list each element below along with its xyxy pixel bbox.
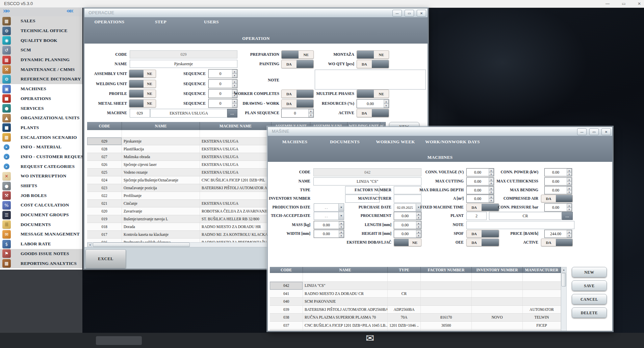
sidebar-item-escalation-scenario[interactable]: ▦ESCALATION SCENARIO xyxy=(0,132,82,142)
active-toggle[interactable]: DA xyxy=(357,109,389,117)
spin-down-icon[interactable]: ▼ xyxy=(339,234,344,238)
plant-browse-button[interactable]: ... xyxy=(562,212,573,220)
sidebar-item-info-material[interactable]: ▸INFO - MATERIAL xyxy=(0,142,82,152)
mass-spinner[interactable]: 0.00▲▼ xyxy=(314,221,344,229)
scroll-up-icon[interactable]: ▲ xyxy=(561,267,566,273)
spin-down-icon[interactable]: ▼ xyxy=(384,104,389,108)
table-row[interactable]: 038RUČNA PLAZMA SUPERIOR PLASMA 7070A816… xyxy=(270,314,561,322)
spin-up-icon[interactable]: ▲ xyxy=(232,80,237,84)
spin-down-icon[interactable]: ▼ xyxy=(567,190,572,194)
compressed-air-toggle[interactable]: DA xyxy=(541,195,573,202)
plant-cr-combo[interactable]: CR xyxy=(489,212,562,220)
welding-unit-toggle[interactable]: NE xyxy=(129,80,156,88)
scroll-left-icon[interactable]: ◄ xyxy=(87,243,92,247)
save-button[interactable]: SAVE xyxy=(572,280,607,291)
tab-operations[interactable]: OPERATIONS xyxy=(95,19,125,25)
spin-up-icon[interactable]: ▲ xyxy=(384,100,389,104)
note-input[interactable] xyxy=(315,70,426,90)
sidebar-item-organizational-units[interactable]: ▲ORGANIZATIONAL UNITS xyxy=(0,113,82,123)
sequence-spinner[interactable]: 0▲▼ xyxy=(208,69,237,78)
code-input[interactable]: 029 xyxy=(130,50,237,58)
sidebar-item-sales[interactable]: ▦SALES xyxy=(0,16,82,26)
dropdown-icon[interactable]: ▼ xyxy=(338,204,344,211)
sequence-spinner[interactable]: 0▲▼ xyxy=(208,79,237,88)
max-cutting-spinner[interactable]: 0.00▲▼ xyxy=(466,177,494,185)
spin-up-icon[interactable]: ▲ xyxy=(232,70,237,74)
spin-down-icon[interactable]: ▼ xyxy=(567,172,572,176)
sidebar-item-message-management[interactable]: ✉MESSAGE MANAGEMENT xyxy=(0,229,82,239)
spin-up-icon[interactable]: ▲ xyxy=(567,230,572,234)
spin-up-icon[interactable]: ▲ xyxy=(567,178,572,181)
max-drilling-depth-spinner[interactable]: 0.00▲▼ xyxy=(466,186,494,194)
masine-close-button[interactable]: ✕ xyxy=(601,128,611,135)
table-row[interactable]: 041RADNO MJESTO ZA DORADU CRCR xyxy=(270,290,561,298)
excel-button[interactable]: EXCEL xyxy=(85,249,126,268)
name-input[interactable]: Pjeskarenje xyxy=(130,60,237,68)
masine-maximize-button[interactable]: ▭ xyxy=(589,128,599,135)
sidebar-item-wo-interruption[interactable]: ✕WO INTERRUPTION xyxy=(0,171,82,181)
table-row[interactable]: 039BATERIJSKI PIŠTOLJ AUTOMATOR ADP2560B… xyxy=(270,306,561,314)
tech-accept-date-picker[interactable]: . .▼ xyxy=(314,212,344,220)
sidebar-item-info-customer-request[interactable]: ▸INFO - CUSTOMER REQUEST xyxy=(0,152,82,162)
tab-users[interactable]: USERS xyxy=(204,19,219,25)
tab-work-nonwork-days[interactable]: WORK/NONWORK DAYS xyxy=(425,139,480,145)
app-maximize-button[interactable]: ▭ xyxy=(619,1,628,7)
assembly-unit-toggle[interactable]: NE xyxy=(129,70,156,78)
resources-spinner[interactable]: 0.00▲▼ xyxy=(357,99,389,108)
filter-cell[interactable] xyxy=(87,130,122,137)
spin-down-icon[interactable]: ▼ xyxy=(232,84,237,88)
app-close-button[interactable]: ✕ xyxy=(635,1,644,7)
machine-code-input[interactable]: 029 xyxy=(130,109,150,118)
conn-pressure-spinner[interactable]: 0.00▲▼ xyxy=(544,203,572,212)
vertical-scrollbar[interactable]: ▲ xyxy=(561,267,567,331)
scrollbar-thumb[interactable] xyxy=(562,273,566,287)
sidebar-item-goods-issue-notes[interactable]: ⚑GOODS ISSUE NOTES xyxy=(0,249,82,259)
column-header[interactable]: NAME xyxy=(303,267,388,273)
operacije-maximize-button[interactable]: ▭ xyxy=(405,10,414,17)
column-header[interactable]: CODE xyxy=(87,122,122,130)
sidebar-item-document-groups[interactable]: ☰DOCUMENT GROUPS xyxy=(0,210,82,220)
sidebar-item-machines[interactable]: ▣MACHINES xyxy=(0,84,82,94)
spin-up-icon[interactable]: ▲ xyxy=(339,230,344,234)
spin-down-icon[interactable]: ▼ xyxy=(232,74,237,78)
note-input[interactable] xyxy=(466,221,574,229)
sidebar-item-services[interactable]: ●SERVICES xyxy=(0,103,82,113)
column-header[interactable]: FACTORY NUMBER xyxy=(421,267,472,273)
tab-documents[interactable]: DOCUMENTS xyxy=(330,139,360,145)
price-spinner[interactable]: 244.00▲▼ xyxy=(544,230,572,238)
collapse-chevrons-icon[interactable]: «« xyxy=(66,7,72,15)
operacije-titlebar[interactable]: OPERACIJE — ▭ ✕ xyxy=(84,8,428,18)
sidebar-item-reference-dictionary[interactable]: ⚙REFERENCE DICTIONARY xyxy=(0,74,82,84)
montaza-toggle[interactable]: NE xyxy=(357,50,389,59)
code-input[interactable]: 042 xyxy=(313,168,421,176)
spin-down-icon[interactable]: ▼ xyxy=(567,207,572,211)
app-minimize-button[interactable]: — xyxy=(603,1,612,7)
filter-cell[interactable] xyxy=(388,273,421,281)
column-header[interactable]: MANUFACTURER xyxy=(523,267,561,273)
delete-button[interactable]: DELETE xyxy=(572,307,607,318)
envelope-icon[interactable]: ✉ xyxy=(366,332,374,344)
sidebar-item-job-roles[interactable]: ⚒JOB ROLES xyxy=(0,191,82,200)
wo-qty-toggle[interactable]: DA xyxy=(357,60,389,68)
sidebar-item-technical-office[interactable]: ⚙TECHNICAL OFFICE xyxy=(0,26,82,36)
operacije-close-button[interactable]: ✕ xyxy=(417,10,426,17)
sidebar-item-request-categories[interactable]: ▸REQUEST CATEGORIES xyxy=(0,161,82,171)
spin-up-icon[interactable]: ▲ xyxy=(567,204,572,207)
spin-up-icon[interactable]: ▲ xyxy=(339,221,344,225)
active-toggle[interactable]: DA xyxy=(541,239,573,246)
filter-cell[interactable] xyxy=(200,130,272,137)
table-row[interactable]: 037CNC BUŠILICA FICEP 1201 DZB+PILA 1045… xyxy=(270,322,561,330)
sidebar-item-shifts[interactable]: ●SHIFTS xyxy=(0,181,82,191)
conn-power-spinner[interactable]: 0.00▲▼ xyxy=(544,168,572,176)
table-row[interactable]: 040SCM PAKOVANJE xyxy=(270,298,561,306)
filter-cell[interactable] xyxy=(122,130,200,137)
filter-cell[interactable] xyxy=(270,273,303,281)
max-bending-spinner[interactable]: 0.00▲▼ xyxy=(544,186,572,194)
masine-titlebar[interactable]: MAŠINE — ▭ ✕ xyxy=(268,127,612,136)
scrollbar-thumb[interactable] xyxy=(93,243,190,247)
conn-voltage-spinner[interactable]: 0.00▲▼ xyxy=(466,168,494,176)
a-m2-spinner[interactable]: 0.00▲▼ xyxy=(466,195,494,203)
plant-input[interactable]: 2 xyxy=(466,212,487,220)
spin-down-icon[interactable]: ▼ xyxy=(567,234,572,238)
width-spinner[interactable]: 0.00▲▼ xyxy=(314,230,344,238)
